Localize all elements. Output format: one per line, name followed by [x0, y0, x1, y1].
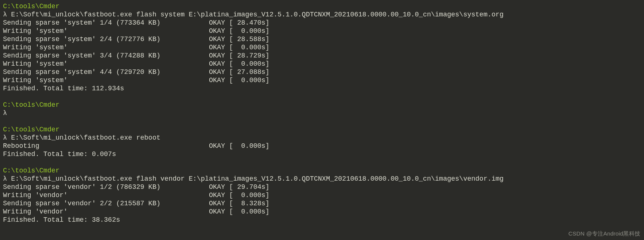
output-line: Writing 'vendor' OKAY [ 0.000s]: [3, 208, 641, 216]
output-line: Sending sparse 'vendor' 1/2 (786329 KB) …: [3, 183, 641, 191]
output-line: Finished. Total time: 0.007s: [3, 150, 641, 158]
prompt-path: C:\tools\Cmder: [3, 166, 641, 175]
blank-line: [3, 117, 641, 125]
output-line: Sending sparse 'system' 1/4 (773364 KB) …: [3, 19, 641, 27]
output-line: Writing 'system' OKAY [ 0.000s]: [3, 76, 641, 84]
output-line: Finished. Total time: 38.362s: [3, 216, 641, 224]
output-line: Rebooting OKAY [ 0.000s]: [3, 142, 641, 150]
command-line: λ E:\Soft\mi_unlock\fastboot.exe reboot: [3, 134, 641, 142]
prompt-symbol: λ: [3, 109, 7, 117]
prompt-path: C:\tools\Cmder: [3, 101, 641, 109]
prompt-path: C:\tools\Cmder: [3, 125, 641, 134]
prompt-symbol: λ: [3, 134, 11, 141]
blank-line: [3, 158, 641, 166]
command-text: E:\Soft\mi_unlock\fastboot.exe flash sys…: [11, 11, 504, 18]
csdn-watermark: CSDN @专注Android黑科技: [568, 230, 640, 238]
command-line: λ E:\Soft\mi_unlock\fastboot.exe flash v…: [3, 175, 641, 183]
output-line: Writing 'system' OKAY [ 0.000s]: [3, 27, 641, 35]
output-line: Writing 'vendor' OKAY [ 0.000s]: [3, 191, 641, 199]
command-line: λ E:\Soft\mi_unlock\fastboot.exe flash s…: [3, 10, 641, 19]
output-line: Finished. Total time: 112.934s: [3, 84, 641, 93]
output-line: Writing 'system' OKAY [ 0.000s]: [3, 60, 641, 68]
output-line: Sending sparse 'system' 2/4 (772776 KB) …: [3, 35, 641, 43]
command-text: E:\Soft\mi_unlock\fastboot.exe reboot: [11, 134, 161, 141]
output-line: Sending sparse 'system' 3/4 (774288 KB) …: [3, 52, 641, 60]
output-line: Sending sparse 'system' 4/4 (729720 KB) …: [3, 68, 641, 76]
prompt-path: C:\tools\Cmder: [3, 2, 641, 10]
prompt-symbol: λ: [3, 11, 11, 18]
terminal-output[interactable]: C:\tools\Cmderλ E:\Soft\mi_unlock\fastbo…: [0, 0, 644, 226]
output-line: Writing 'system' OKAY [ 0.000s]: [3, 43, 641, 52]
output-line: Sending sparse 'vendor' 2/2 (215587 KB) …: [3, 199, 641, 208]
prompt-symbol: λ: [3, 175, 11, 183]
command-text: E:\Soft\mi_unlock\fastboot.exe flash ven…: [11, 175, 504, 183]
blank-line: [3, 93, 641, 101]
command-line: λ: [3, 109, 641, 117]
